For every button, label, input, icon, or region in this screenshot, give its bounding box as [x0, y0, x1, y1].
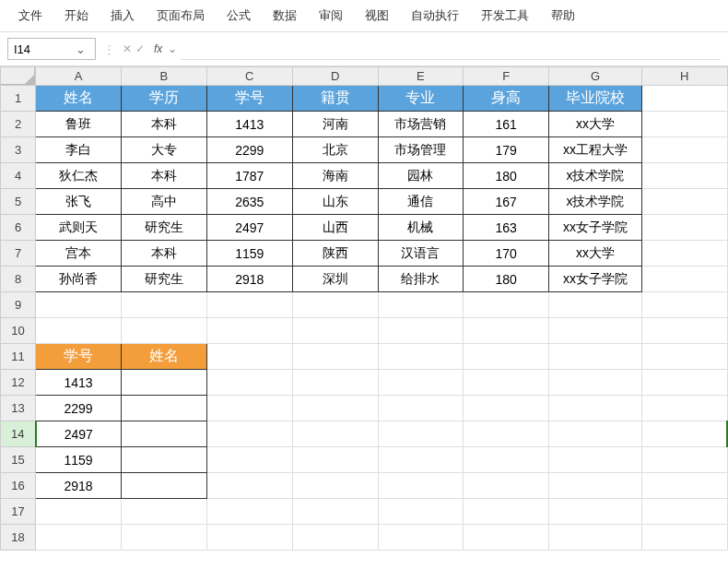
- cell-A13[interactable]: 2299: [36, 396, 122, 421]
- cell-C18[interactable]: [206, 525, 292, 551]
- cell-B9[interactable]: [122, 292, 207, 318]
- cell-H17[interactable]: [641, 499, 727, 525]
- cell-H9[interactable]: [641, 292, 727, 318]
- cell-A8[interactable]: 孙尚香: [36, 267, 122, 292]
- cell-C11[interactable]: [206, 344, 292, 370]
- col-header-A[interactable]: A: [36, 67, 122, 86]
- cell-D2[interactable]: 河南: [292, 112, 378, 137]
- cell-F8[interactable]: 180: [464, 267, 549, 292]
- cell-H3[interactable]: [641, 137, 727, 163]
- cell-E12[interactable]: [378, 370, 464, 396]
- cell-A17[interactable]: [36, 499, 122, 525]
- menu-数据[interactable]: 数据: [262, 5, 308, 27]
- cell-H2[interactable]: [641, 112, 727, 137]
- row-header-9[interactable]: 9: [1, 292, 36, 318]
- cell-H14[interactable]: [641, 421, 727, 447]
- cell-D14[interactable]: [292, 421, 378, 447]
- cell-E1[interactable]: 专业: [378, 86, 464, 112]
- cell-D11[interactable]: [292, 344, 378, 370]
- row-header-16[interactable]: 16: [1, 473, 36, 499]
- cell-A18[interactable]: [36, 525, 122, 551]
- cell-C9[interactable]: [206, 292, 292, 318]
- cell-G10[interactable]: [549, 318, 642, 344]
- cell-B2[interactable]: 本科: [122, 112, 207, 137]
- cell-E6[interactable]: 机械: [378, 215, 464, 241]
- row-header-5[interactable]: 5: [1, 189, 36, 215]
- row-header-6[interactable]: 6: [1, 215, 36, 241]
- menu-页面布局[interactable]: 页面布局: [146, 5, 216, 27]
- cell-D12[interactable]: [292, 370, 378, 396]
- col-header-G[interactable]: G: [549, 67, 642, 86]
- cell-G4[interactable]: x技术学院: [549, 163, 642, 189]
- cell-H5[interactable]: [641, 189, 727, 215]
- cell-C2[interactable]: 1413: [206, 112, 292, 137]
- col-header-E[interactable]: E: [378, 67, 464, 86]
- cell-F14[interactable]: [464, 421, 549, 447]
- cell-B11[interactable]: 姓名: [122, 344, 207, 370]
- cell-E2[interactable]: 市场营销: [378, 112, 464, 137]
- cell-H6[interactable]: [641, 215, 727, 241]
- cell-B7[interactable]: 本科: [122, 241, 207, 267]
- cell-C3[interactable]: 2299: [206, 137, 292, 163]
- col-header-H[interactable]: H: [641, 67, 727, 86]
- cell-C4[interactable]: 1787: [206, 163, 292, 189]
- cell-F7[interactable]: 170: [464, 241, 549, 267]
- cell-G9[interactable]: [549, 292, 642, 318]
- cell-F2[interactable]: 161: [464, 112, 549, 137]
- cell-E11[interactable]: [378, 344, 464, 370]
- cell-B1[interactable]: 学历: [122, 86, 207, 112]
- select-all-corner[interactable]: [1, 67, 35, 85]
- cell-A4[interactable]: 狄仁杰: [36, 163, 122, 189]
- cell-D4[interactable]: 海南: [292, 163, 378, 189]
- cell-B8[interactable]: 研究生: [122, 267, 207, 292]
- menu-插入[interactable]: 插入: [100, 5, 146, 27]
- cell-H18[interactable]: [641, 525, 727, 551]
- cell-A7[interactable]: 宫本: [36, 241, 122, 267]
- cell-B16[interactable]: [122, 473, 207, 499]
- cell-G18[interactable]: [549, 525, 642, 551]
- cell-H7[interactable]: [641, 241, 727, 267]
- cell-C17[interactable]: [206, 499, 292, 525]
- cell-C6[interactable]: 2497: [206, 215, 292, 241]
- cell-G17[interactable]: [549, 499, 642, 525]
- cell-C16[interactable]: [206, 473, 292, 499]
- cell-G16[interactable]: [549, 473, 642, 499]
- cell-H10[interactable]: [641, 318, 727, 344]
- cell-D8[interactable]: 深圳: [292, 267, 378, 292]
- cell-C5[interactable]: 2635: [206, 189, 292, 215]
- cell-F10[interactable]: [464, 318, 549, 344]
- cell-F12[interactable]: [464, 370, 549, 396]
- cell-D5[interactable]: 山东: [292, 189, 378, 215]
- cell-C14[interactable]: [206, 421, 292, 447]
- cell-F15[interactable]: [464, 447, 549, 473]
- cell-F17[interactable]: [464, 499, 549, 525]
- row-header-3[interactable]: 3: [1, 137, 36, 163]
- name-box-dropdown-icon[interactable]: ⌄: [73, 42, 88, 56]
- cell-H15[interactable]: [641, 447, 727, 473]
- cell-G5[interactable]: x技术学院: [549, 189, 642, 215]
- menu-自动执行[interactable]: 自动执行: [400, 5, 470, 27]
- col-header-B[interactable]: B: [122, 67, 207, 86]
- cell-A14[interactable]: 2497: [36, 421, 122, 447]
- cell-E16[interactable]: [378, 473, 464, 499]
- cell-C7[interactable]: 1159: [206, 241, 292, 267]
- fx-dropdown-icon[interactable]: ⌄: [168, 42, 177, 55]
- row-header-1[interactable]: 1: [1, 86, 36, 112]
- cell-C1[interactable]: 学号: [206, 86, 292, 112]
- menu-开发工具[interactable]: 开发工具: [470, 5, 540, 27]
- name-box-input[interactable]: [10, 42, 73, 56]
- cell-C10[interactable]: [206, 318, 292, 344]
- cell-C15[interactable]: [206, 447, 292, 473]
- cell-G11[interactable]: [549, 344, 642, 370]
- cell-E17[interactable]: [378, 499, 464, 525]
- menu-帮助[interactable]: 帮助: [540, 5, 586, 27]
- cell-F16[interactable]: [464, 473, 549, 499]
- cell-E10[interactable]: [378, 318, 464, 344]
- cell-D1[interactable]: 籍贯: [292, 86, 378, 112]
- cell-F3[interactable]: 179: [464, 137, 549, 163]
- cell-D3[interactable]: 北京: [292, 137, 378, 163]
- cell-D16[interactable]: [292, 473, 378, 499]
- cell-G6[interactable]: xx女子学院: [549, 215, 642, 241]
- confirm-icon[interactable]: ✓: [135, 42, 145, 55]
- cell-G15[interactable]: [549, 447, 642, 473]
